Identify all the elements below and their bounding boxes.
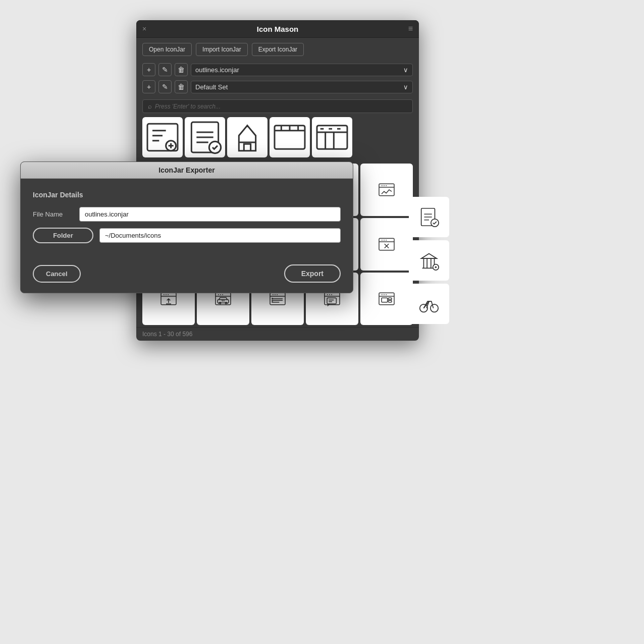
close-button[interactable]: × [142, 25, 146, 33]
edit-set-button[interactable]: ✎ [158, 80, 172, 93]
dialog-body: IconJar Details File Name Folder [21, 179, 353, 259]
add-iconjar-button[interactable]: + [142, 63, 155, 76]
export-button[interactable]: Export [284, 264, 341, 283]
svg-point-42 [431, 304, 438, 312]
iconjar-dropdown-value: outlines.iconjar [195, 66, 239, 74]
icon-cell-browser-windows[interactable] [360, 273, 413, 325]
set-chevron-icon: ∨ [403, 83, 408, 91]
folder-row: Folder [33, 228, 341, 243]
icon-cell[interactable] [312, 117, 352, 157]
cancel-button[interactable]: Cancel [33, 265, 81, 283]
toolbar: Open IconJar Import IconJar Export IconJ… [136, 38, 419, 61]
partial-top-row [136, 117, 419, 157]
right-icon-document-check[interactable] [409, 197, 449, 237]
svg-rect-35 [382, 298, 388, 302]
search-icon: ⌕ [148, 102, 152, 110]
set-dropdown-value: Default Set [195, 83, 228, 91]
search-row: ⌕ Press 'Enter' to search... [136, 95, 419, 117]
import-iconjar-button[interactable]: Import IconJar [196, 43, 248, 56]
svg-rect-36 [388, 298, 392, 299]
add-set-button[interactable]: + [142, 80, 155, 93]
dialog-window: IconJar Exporter IconJar Details File Na… [20, 162, 353, 293]
window-titlebar: × Icon Mason ≡ [136, 20, 419, 38]
svg-rect-37 [388, 300, 392, 302]
svg-rect-29 [272, 298, 273, 299]
iconjar-chevron-icon: ∨ [403, 66, 408, 74]
folder-input[interactable] [99, 228, 341, 243]
status-text: Icons 1 - 30 of 596 [142, 331, 192, 338]
open-iconjar-button[interactable]: Open IconJar [142, 43, 192, 56]
iconjar-selector-row: + ✎ 🗑 outlines.iconjar ∨ [136, 61, 419, 78]
filename-row: File Name [33, 207, 341, 222]
window-title: Icon Mason [257, 25, 299, 33]
delete-set-button[interactable]: 🗑 [175, 80, 188, 93]
set-dropdown[interactable]: Default Set ∨ [191, 81, 413, 93]
dialog-title: IconJar Exporter [158, 166, 214, 174]
folder-button[interactable]: Folder [33, 228, 93, 243]
filename-input[interactable] [79, 207, 341, 222]
icon-cell-browser-analytics2[interactable] [360, 164, 413, 216]
dialog-titlebar: IconJar Exporter [21, 162, 353, 179]
svg-rect-30 [272, 300, 273, 301]
icon-cell-browser-close[interactable] [360, 218, 413, 271]
status-bar: Icons 1 - 30 of 596 [136, 327, 419, 341]
icon-cell[interactable] [227, 117, 267, 157]
filename-label: File Name [33, 210, 73, 218]
dialog-actions: Cancel Export [21, 259, 353, 293]
set-selector-row: + ✎ 🗑 Default Set ∨ [136, 78, 419, 95]
delete-iconjar-button[interactable]: 🗑 [175, 63, 188, 76]
svg-rect-31 [272, 301, 273, 303]
dialog-section-title: IconJar Details [33, 191, 341, 199]
icon-cell[interactable] [270, 117, 310, 157]
right-icon-bank[interactable] [409, 240, 449, 281]
menu-icon[interactable]: ≡ [408, 24, 413, 33]
iconjar-dropdown[interactable]: outlines.iconjar ∨ [191, 64, 413, 76]
search-box[interactable]: ⌕ Press 'Enter' to search... [142, 99, 413, 113]
edit-iconjar-button[interactable]: ✎ [158, 63, 172, 76]
search-placeholder: Press 'Enter' to search... [155, 103, 221, 110]
icon-cell[interactable] [185, 117, 225, 157]
icon-cell[interactable] [142, 117, 183, 157]
right-icon-bicycle[interactable] [409, 284, 449, 324]
export-iconjar-button[interactable]: Export IconJar [252, 43, 304, 56]
svg-rect-33 [327, 298, 336, 304]
